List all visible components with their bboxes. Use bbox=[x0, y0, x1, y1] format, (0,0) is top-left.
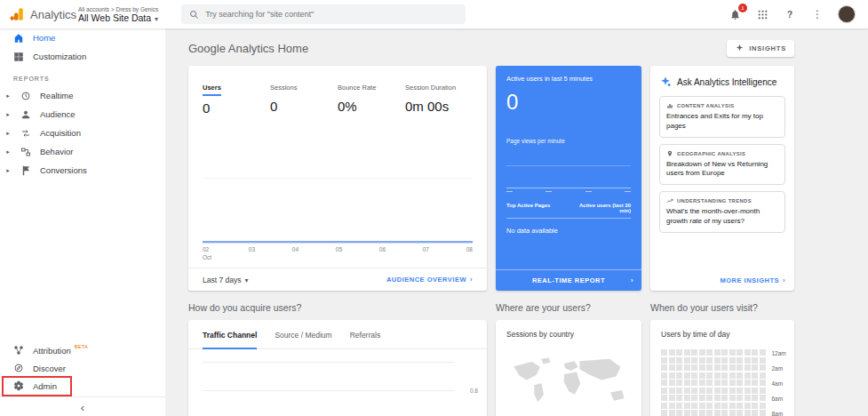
geo-card: Sessions by country bbox=[496, 320, 641, 416]
intelligence-suggestion[interactable]: CONTENT ANALYSIS Entrances and Exits for… bbox=[659, 96, 785, 138]
beta-badge: BETA bbox=[75, 344, 88, 349]
users-trend-chart bbox=[203, 126, 473, 244]
sidebar-item-attribution[interactable]: Attribution BETA bbox=[0, 341, 165, 359]
trending-up-icon bbox=[666, 197, 673, 204]
link-label: REAL-TIME REPORT bbox=[532, 276, 605, 284]
overview-card: Users 0 Sessions 0 Bounce Rate 0% Sessio… bbox=[188, 66, 487, 291]
audience-overview-link[interactable]: AUDIENCE OVERVIEW bbox=[386, 276, 473, 284]
header-actions: 1 bbox=[728, 5, 868, 23]
active-users-value: 0 bbox=[506, 90, 631, 115]
expand-chevron-icon bbox=[4, 92, 12, 100]
account-selector[interactable]: All accounts > Dress by Genics All Web S… bbox=[78, 6, 158, 23]
suggestion-category: CONTENT ANALYSIS bbox=[677, 103, 735, 108]
metric-tab-users[interactable]: Users 0 bbox=[203, 77, 270, 116]
no-data-message: No data available bbox=[506, 227, 631, 235]
tab-referrals[interactable]: Referrals bbox=[350, 331, 380, 348]
metric-tab-bounce-rate[interactable]: Bounce Rate 0% bbox=[338, 77, 405, 116]
sidebar-item-realtime[interactable]: Realtime bbox=[0, 86, 165, 105]
metric-tab-sessions[interactable]: Sessions 0 bbox=[270, 77, 338, 116]
avatar[interactable] bbox=[838, 5, 856, 23]
section-title-geo: Where are your users? bbox=[496, 302, 650, 313]
conversions-flag-icon bbox=[20, 165, 31, 176]
sidebar-collapse-button[interactable] bbox=[0, 396, 165, 416]
date-range-label: Last 7 days bbox=[203, 276, 241, 284]
sidebar-item-acquisition[interactable]: Acquisition bbox=[0, 124, 165, 142]
time-of-day-heatmap bbox=[661, 349, 766, 416]
y-tick: 0.8 bbox=[470, 388, 478, 394]
realtime-clock-icon bbox=[20, 91, 31, 101]
top-active-pages-label: Top Active Pages bbox=[506, 203, 550, 213]
bar-chart-icon bbox=[666, 102, 673, 109]
sidebar-item-audience[interactable]: Audience bbox=[0, 105, 165, 124]
gear-icon bbox=[13, 380, 24, 391]
sidebar-item-label: Admin bbox=[33, 381, 57, 391]
x-tick: 07 bbox=[423, 246, 429, 262]
expand-chevron-icon bbox=[4, 148, 12, 156]
link-label: AUDIENCE OVERVIEW bbox=[386, 276, 466, 284]
main-content: Google Analytics Home INSIGHTS Users 0 S bbox=[165, 28, 868, 416]
chart-tick-marks bbox=[506, 191, 631, 192]
sidebar-item-label: Realtime bbox=[40, 91, 74, 100]
metric-value: 0 bbox=[203, 100, 270, 116]
customization-icon bbox=[13, 52, 24, 62]
metric-label: Sessions bbox=[270, 84, 297, 94]
help-button[interactable] bbox=[783, 7, 797, 21]
more-options-button[interactable] bbox=[810, 7, 824, 21]
notifications-button[interactable]: 1 bbox=[728, 7, 742, 21]
sidebar-item-behavior[interactable]: Behavior bbox=[0, 142, 165, 161]
suggestion-question: Breakdown of New vs Returning users from… bbox=[666, 160, 778, 180]
sidebar-item-label: Customization bbox=[33, 52, 86, 61]
intelligence-suggestion[interactable]: GEOGRAPHIC ANALYSIS Breakdown of New vs … bbox=[659, 144, 785, 186]
sidebar-item-label: Home bbox=[33, 33, 55, 43]
sparkle-icon bbox=[735, 44, 745, 53]
sidebar-item-label: Discover bbox=[33, 364, 66, 373]
insights-button[interactable]: INSIGHTS bbox=[727, 40, 794, 57]
chart-gridline bbox=[203, 178, 473, 179]
time-label: 4am bbox=[772, 380, 786, 395]
search-input[interactable] bbox=[205, 10, 458, 19]
sidebar-item-conversions[interactable]: Conversions bbox=[0, 161, 165, 180]
metric-label: Session Duration bbox=[405, 84, 456, 94]
attribution-icon bbox=[13, 345, 24, 356]
pageviews-per-minute-chart bbox=[506, 149, 631, 188]
page-title: Google Analytics Home bbox=[188, 42, 308, 55]
intelligence-suggestion[interactable]: UNDERSTANDING TRENDS What's the month-ov… bbox=[659, 191, 785, 233]
realtime-report-link[interactable]: REAL-TIME REPORT bbox=[496, 269, 641, 291]
geo-card-title: Sessions by country bbox=[506, 330, 631, 339]
analytics-logo[interactable]: Analytics bbox=[0, 6, 78, 22]
suggestion-category: GEOGRAPHIC ANALYSIS bbox=[677, 151, 745, 156]
metric-tab-session-duration[interactable]: Session Duration 0m 00s bbox=[405, 77, 473, 116]
intelligence-card: Ask Analytics Intelligence CONTENT ANALY… bbox=[650, 66, 794, 291]
world-map bbox=[506, 351, 631, 416]
sidebar-item-customization[interactable]: Customization bbox=[0, 47, 165, 66]
time-of-day-card: Users by time of day 12am 2am 4am 6am 8a… bbox=[650, 320, 794, 416]
x-tick: 08 bbox=[466, 246, 473, 262]
analytics-logo-icon bbox=[9, 6, 25, 22]
search-bar[interactable] bbox=[181, 4, 466, 24]
insights-button-label: INSIGHTS bbox=[749, 44, 786, 52]
chevron-right-icon bbox=[631, 276, 633, 284]
sidebar-item-label: Behavior bbox=[40, 147, 74, 156]
visit-card-title: Users by time of day bbox=[661, 330, 784, 339]
sidebar-item-admin[interactable]: Admin bbox=[0, 377, 165, 395]
time-label: 8am bbox=[772, 410, 786, 416]
x-tick: 04 bbox=[292, 246, 299, 262]
acquisition-card: Traffic Channel Source / Medium Referral… bbox=[188, 320, 487, 416]
chevron-down-icon bbox=[244, 276, 248, 284]
sidebar-item-discover[interactable]: Discover bbox=[0, 359, 165, 377]
intelligence-title: Ask Analytics Intelligence bbox=[677, 77, 776, 87]
chevron-down-icon bbox=[155, 12, 158, 23]
more-insights-link[interactable]: MORE INSIGHTS bbox=[720, 276, 785, 284]
suggestion-category: UNDERSTANDING TRENDS bbox=[677, 198, 752, 204]
property-name: All Web Site Data bbox=[78, 12, 151, 23]
sidebar-item-home[interactable]: Home bbox=[0, 28, 165, 47]
tab-traffic-channel[interactable]: Traffic Channel bbox=[203, 331, 257, 349]
sidebar-bottom: Attribution BETA Discover Admin bbox=[0, 341, 165, 395]
tab-source-medium[interactable]: Source / Medium bbox=[275, 331, 331, 348]
chevron-right-icon bbox=[783, 276, 785, 284]
apps-button[interactable] bbox=[755, 7, 769, 21]
x-tick: 06 bbox=[379, 246, 386, 262]
date-range-selector[interactable]: Last 7 days bbox=[203, 276, 249, 284]
sidebar-item-label: Attribution bbox=[33, 346, 71, 356]
sidebar: Home Customization REPORTS Realtime Audi… bbox=[0, 28, 165, 416]
